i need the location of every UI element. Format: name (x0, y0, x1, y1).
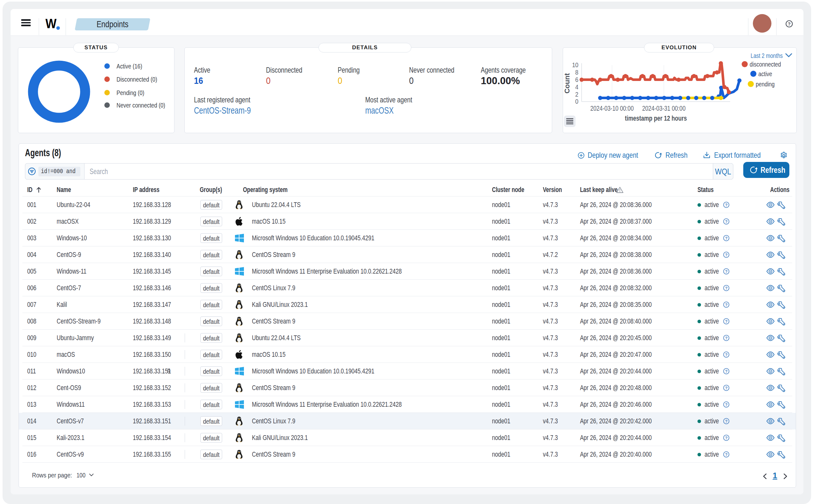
svg-text:?: ? (725, 203, 728, 207)
svg-text:?: ? (725, 436, 728, 440)
svg-text:2024-03-31 00:00: 2024-03-31 00:00 (642, 104, 685, 112)
svg-text:8: 8 (575, 68, 578, 76)
svg-text:?: ? (725, 419, 728, 424)
svg-text:Count: Count (563, 73, 571, 93)
svg-text:10: 10 (572, 61, 578, 69)
svg-text:?: ? (725, 403, 728, 407)
svg-text:?: ? (788, 21, 791, 27)
svg-text:?: ? (725, 353, 728, 357)
svg-text:?: ? (725, 452, 728, 457)
svg-text:?: ? (725, 269, 728, 274)
svg-text:?: ? (725, 286, 728, 291)
svg-text:?: ? (725, 253, 728, 257)
svg-text:?: ? (725, 236, 728, 241)
svg-text:?: ? (725, 303, 728, 307)
svg-text:?: ? (725, 369, 728, 374)
svg-text:0: 0 (575, 98, 578, 105)
svg-text:2024-03-10 00:00: 2024-03-10 00:00 (590, 104, 633, 112)
svg-text:2: 2 (575, 90, 578, 98)
svg-text:?: ? (725, 220, 728, 224)
svg-text:6: 6 (575, 76, 578, 84)
svg-text:?: ? (725, 319, 728, 324)
svg-text:4: 4 (575, 83, 578, 91)
svg-text:timestamp per 12 hours: timestamp per 12 hours (625, 114, 687, 122)
svg-text:?: ? (725, 336, 728, 340)
svg-text:?: ? (725, 386, 728, 390)
